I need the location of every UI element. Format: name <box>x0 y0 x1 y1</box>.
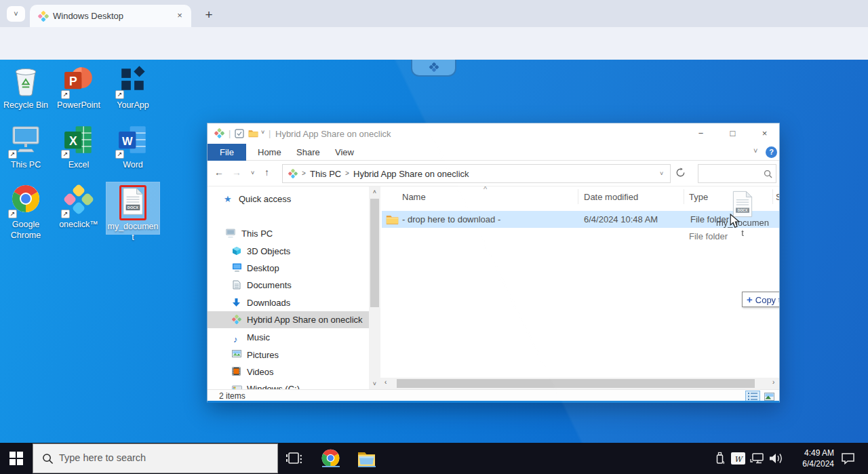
desktop-icon-oneclick[interactable]: ↗ oneclick™ <box>52 184 106 230</box>
scroll-down-arrow[interactable]: ˅ <box>369 380 380 387</box>
desktop-icon-yourapp[interactable]: ↗ YourApp <box>106 65 160 111</box>
sidebar-item-label: Windows (C:) <box>247 380 300 389</box>
taskbar-file-explorer-icon[interactable] <box>357 449 376 468</box>
desktop-icon-powerpoint[interactable]: P ↗ PowerPoint <box>52 65 106 111</box>
desktop-icon-label: Word <box>106 159 160 170</box>
tab-close-icon[interactable]: × <box>174 9 186 22</box>
tab-share[interactable]: Share <box>296 144 320 161</box>
network-icon[interactable] <box>750 453 765 465</box>
usb-device-icon[interactable] <box>715 452 725 465</box>
qat-properties-icon[interactable] <box>235 129 244 138</box>
desktop-icon-this-pc[interactable]: ↗ This PC <box>0 125 53 170</box>
tab-search-button[interactable]: ˅ <box>7 6 25 22</box>
file-explorer-window: | ˅ | Hybrid App Share on oneclick − □ × <box>207 123 780 403</box>
sort-ascending-icon: ^ <box>484 186 487 193</box>
taskbar-chrome-icon[interactable] <box>321 449 340 468</box>
large-icons-view-button[interactable] <box>762 391 776 401</box>
desktop-icon-recycle-bin[interactable]: Recycle Bin <box>0 65 53 111</box>
documents-icon <box>233 280 241 290</box>
scrollbar-thumb[interactable] <box>397 379 755 388</box>
sidebar-item-videos[interactable]: Videos <box>208 363 369 380</box>
sidebar-item-downloads[interactable]: Downloads <box>208 294 369 311</box>
column-header-date-modified[interactable]: Date modified <box>584 192 638 202</box>
remote-desktop: Recycle Bin P ↗ PowerPoint ↗ <box>0 60 868 443</box>
this-pc-icon: ↗ <box>9 125 42 157</box>
recent-locations-chevron[interactable]: ˅ <box>251 170 254 176</box>
excel-icon: X ↗ <box>62 125 95 157</box>
sidebar-item-label: Music <box>247 329 270 346</box>
desktop-icon-my-document[interactable]: DOCX my_documen t <box>106 182 160 235</box>
explorer-titlebar[interactable]: | ˅ | Hybrid App Share on oneclick − □ × <box>208 123 779 144</box>
action-center-icon[interactable] <box>841 452 855 465</box>
nav-up-button[interactable]: ↑ <box>264 167 269 178</box>
sidebar-item-label: Pictures <box>247 347 279 363</box>
shortcut-arrow-badge: ↗ <box>8 210 17 218</box>
column-separator[interactable] <box>578 189 578 204</box>
ime-language-icon[interactable]: W <box>731 452 745 465</box>
sidebar-item-documents[interactable]: Documents <box>208 277 369 294</box>
column-header-type[interactable]: Type <box>689 192 708 202</box>
ribbon-tab-row: File Home Share View ˅ ? <box>208 144 779 161</box>
drive-icon <box>232 384 242 389</box>
scrollbar-thumb[interactable] <box>370 199 379 307</box>
tab-file[interactable]: File <box>208 144 246 161</box>
sidebar-item-windows-c[interactable]: Windows (C:) <box>208 380 369 389</box>
column-separator[interactable] <box>684 189 684 204</box>
nav-forward-button[interactable]: → <box>232 167 241 178</box>
tab-home[interactable]: Home <box>258 144 281 161</box>
sidebar-item-3d-objects[interactable]: 3D Objects <box>208 243 369 260</box>
desktop-icon-label: my_documen t <box>106 221 159 243</box>
taskbar-search-box[interactable]: Type here to search <box>33 443 278 473</box>
desktop-icon-label: Google Chrome <box>0 219 53 241</box>
browser-tab[interactable]: Windows Desktop × <box>30 5 191 27</box>
sidebar-scrollbar[interactable]: ˄ ˅ <box>369 186 380 389</box>
address-dropdown-chevron[interactable]: ˅ <box>660 170 663 177</box>
3d-objects-icon <box>232 246 241 256</box>
details-view-button[interactable] <box>745 391 760 401</box>
clock-time: 4:49 AM <box>787 448 834 458</box>
desktop-icon-google-chrome[interactable]: ↗ Google Chrome <box>0 184 53 241</box>
session-toolbar-handle[interactable] <box>411 60 456 77</box>
qat-new-folder-icon[interactable] <box>248 129 258 138</box>
volume-icon[interactable] <box>769 452 783 465</box>
help-button[interactable]: ? <box>766 146 777 158</box>
desktop-icon-label: Excel <box>52 159 106 170</box>
music-note-icon: ♪ <box>233 331 238 348</box>
tab-view[interactable]: View <box>335 144 354 161</box>
close-button[interactable]: × <box>749 123 780 144</box>
horizontal-scrollbar[interactable]: ‹ › <box>380 378 780 389</box>
nav-back-button[interactable]: ← <box>214 167 224 178</box>
svg-text:P: P <box>69 75 77 88</box>
desktop-icon-label: Recycle Bin <box>0 100 53 111</box>
scroll-up-arrow[interactable]: ˄ <box>369 189 380 195</box>
sidebar-item-hybrid-app-share[interactable]: Hybrid App Share on oneclick <box>208 311 369 328</box>
breadcrumb-item-current[interactable]: Hybrid App Share on oneclick <box>353 169 469 179</box>
column-header-size[interactable]: Si <box>776 192 780 202</box>
desktop-icon-excel[interactable]: X ↗ Excel <box>52 125 106 170</box>
refresh-button[interactable] <box>675 167 686 178</box>
scroll-left-arrow[interactable]: ‹ <box>384 378 387 386</box>
column-header-name[interactable]: Name <box>402 192 426 202</box>
this-pc-icon <box>225 229 236 238</box>
task-view-button[interactable] <box>285 449 304 468</box>
scroll-right-arrow[interactable]: › <box>772 378 774 386</box>
sidebar-item-this-pc[interactable]: This PC <box>208 225 369 242</box>
desktop-icon-word[interactable]: W ↗ Word <box>106 125 160 170</box>
explorer-search-input[interactable] <box>698 164 776 183</box>
sidebar-item-pictures[interactable]: Pictures <box>208 347 369 363</box>
start-button[interactable] <box>0 443 33 474</box>
maximize-button[interactable]: □ <box>717 123 749 144</box>
expand-ribbon-chevron[interactable]: ˅ <box>753 146 757 155</box>
sidebar-item-desktop[interactable]: Desktop <box>208 260 369 277</box>
sidebar-item-quick-access[interactable]: ★ Quick access <box>208 191 369 208</box>
qat-customize-chevron[interactable]: ˅ <box>261 129 264 136</box>
taskbar-clock[interactable]: 4:49 AM 6/4/2024 <box>787 448 834 469</box>
breadcrumb-item-this-pc[interactable]: This PC <box>310 169 341 179</box>
oneclick-share-icon <box>232 315 241 324</box>
running-indicator <box>358 466 376 467</box>
new-tab-button[interactable]: + <box>199 5 218 24</box>
breadcrumb[interactable]: > This PC > Hybrid App Share on oneclick… <box>282 164 671 183</box>
sidebar-item-music[interactable]: ♪ Music <box>208 329 369 346</box>
minimize-button[interactable]: − <box>685 123 717 144</box>
screen: ˅ Windows Desktop × + ← → <box>0 0 868 474</box>
